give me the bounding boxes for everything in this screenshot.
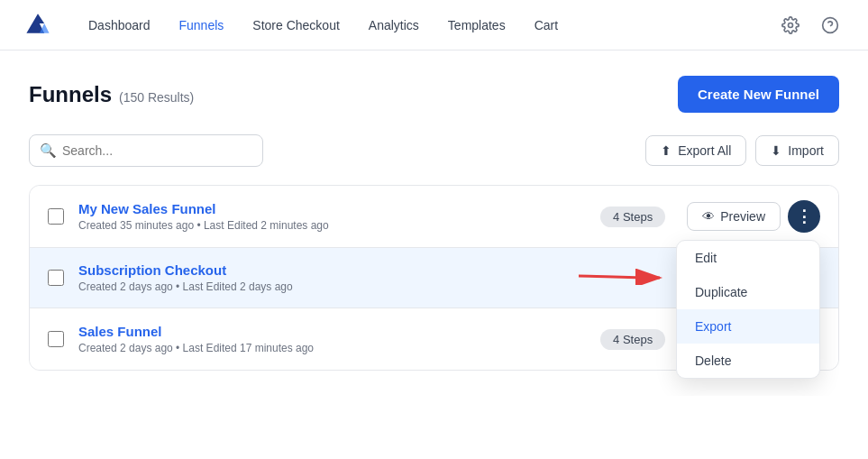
dropdown-export[interactable]: Export bbox=[677, 309, 819, 344]
preview-eye-icon-0: 👁 bbox=[702, 209, 715, 224]
funnel-meta-1: Created 2 days ago • Last Edited 2 days … bbox=[78, 280, 712, 293]
nav-item-cart[interactable]: Cart bbox=[522, 13, 571, 38]
nav-item-analytics[interactable]: Analytics bbox=[356, 13, 432, 38]
export-all-button[interactable]: ⬆ Export All bbox=[645, 135, 746, 166]
funnel-info-2: Sales Funnel Created 2 days ago • Last E… bbox=[78, 324, 579, 354]
dropdown-wrapper-0: ⋮ Edit Duplicate Export Delete bbox=[788, 200, 820, 233]
create-new-funnel-button[interactable]: Create New Funnel bbox=[678, 76, 839, 113]
navbar: Dashboard Funnels Store Checkout Analyti… bbox=[0, 0, 868, 50]
nav-item-funnels[interactable]: Funnels bbox=[167, 13, 237, 38]
dropdown-menu-0: Edit Duplicate Export Delete bbox=[676, 240, 820, 379]
funnel-meta-2: Created 2 days ago • Last Edited 17 minu… bbox=[78, 342, 579, 354]
toolbar: 🔍 ⬆ Export All ⬇ Import bbox=[29, 134, 839, 167]
nav-links: Dashboard Funnels Store Checkout Analyti… bbox=[76, 13, 774, 38]
funnel-info-1: Subscription Checkout Created 2 days ago… bbox=[78, 262, 712, 293]
preview-label-0: Preview bbox=[720, 209, 765, 224]
funnel-name-2[interactable]: Sales Funnel bbox=[78, 324, 579, 339]
funnel-steps-2: 4 Steps bbox=[600, 332, 665, 346]
funnel-list: My New Sales Funnel Created 35 minutes a… bbox=[29, 185, 839, 371]
funnel-meta-0: Created 35 minutes ago • Last Edited 2 m… bbox=[78, 219, 579, 232]
funnel-checkbox-0[interactable] bbox=[48, 208, 64, 225]
settings-button[interactable] bbox=[774, 9, 807, 41]
main-content: Funnels (150 Results) Create New Funnel … bbox=[0, 50, 868, 396]
funnel-info-0: My New Sales Funnel Created 35 minutes a… bbox=[78, 201, 579, 232]
steps-badge-0: 4 Steps bbox=[600, 207, 665, 227]
funnel-name-1[interactable]: Subscription Checkout bbox=[78, 262, 712, 278]
dropdown-edit[interactable]: Edit bbox=[677, 241, 819, 275]
funnel-checkbox-2[interactable] bbox=[48, 331, 64, 347]
results-count: (150 Results) bbox=[119, 90, 194, 105]
dropdown-duplicate[interactable]: Duplicate bbox=[677, 275, 819, 309]
funnel-item: My New Sales Funnel Created 35 minutes a… bbox=[30, 186, 838, 248]
import-button[interactable]: ⬇ Import bbox=[755, 135, 839, 166]
nav-item-templates[interactable]: Templates bbox=[435, 13, 518, 38]
nav-item-store-checkout[interactable]: Store Checkout bbox=[240, 13, 352, 38]
toolbar-right: ⬆ Export All ⬇ Import bbox=[645, 135, 839, 166]
preview-button-0[interactable]: 👁 Preview bbox=[687, 202, 781, 231]
page-header: Funnels (150 Results) Create New Funnel bbox=[29, 76, 839, 113]
page-title: Funnels bbox=[29, 82, 112, 107]
export-all-icon: ⬆ bbox=[661, 143, 672, 158]
import-label: Import bbox=[788, 143, 824, 158]
steps-badge-2: 4 Steps bbox=[600, 329, 665, 350]
funnel-steps-0: 4 Steps bbox=[600, 209, 665, 224]
logo[interactable] bbox=[22, 7, 54, 42]
svg-point-2 bbox=[789, 23, 793, 27]
funnel-name-0[interactable]: My New Sales Funnel bbox=[78, 201, 579, 216]
export-all-label: Export All bbox=[678, 143, 731, 158]
search-icon: 🔍 bbox=[40, 142, 57, 159]
more-button-0[interactable]: ⋮ bbox=[788, 200, 820, 233]
search-input[interactable] bbox=[29, 134, 263, 167]
page-title-group: Funnels (150 Results) bbox=[29, 82, 194, 107]
help-button[interactable] bbox=[814, 9, 846, 41]
search-wrapper: 🔍 bbox=[29, 134, 263, 167]
nav-icons bbox=[774, 9, 846, 41]
nav-item-dashboard[interactable]: Dashboard bbox=[76, 13, 163, 38]
funnel-actions-0: 👁 Preview ⋮ Edit Duplicate Export Delete bbox=[687, 200, 820, 233]
dropdown-delete[interactable]: Delete bbox=[677, 344, 819, 378]
funnel-checkbox-1[interactable] bbox=[48, 270, 64, 286]
import-icon: ⬇ bbox=[771, 143, 781, 158]
